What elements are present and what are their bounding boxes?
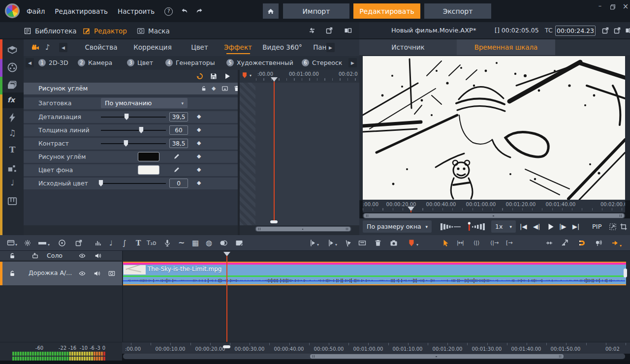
timeline-playhead-line[interactable] xyxy=(226,256,227,342)
color-picker-pen-icon[interactable] xyxy=(173,166,180,173)
sidebar-title-icon[interactable]: T xyxy=(7,146,18,156)
cat-stereo[interactable]: 6Стереоск xyxy=(302,59,342,66)
redo-icon[interactable] xyxy=(195,7,203,15)
image-correction-icon[interactable] xyxy=(235,239,243,247)
resize-mode-icon[interactable] xyxy=(609,223,617,231)
timeline-ruler[interactable]: :00.00 00:00:10.00 00:00:20.00 00:00:30.… xyxy=(122,342,630,354)
sidebar-bolt-icon[interactable] xyxy=(7,112,18,123)
keyframe-diamond-button[interactable]: ◆ xyxy=(197,113,201,120)
lock-all-icon[interactable] xyxy=(9,252,16,259)
audio-curve-icon[interactable]: ∫ xyxy=(123,239,126,247)
audio-mixer-icon[interactable] xyxy=(94,239,102,247)
contrast-slider[interactable] xyxy=(101,138,166,150)
restore-button[interactable] xyxy=(609,3,616,10)
tab-effect[interactable]: Эффект xyxy=(220,43,256,51)
cats-scroll-right[interactable]: ▶ xyxy=(348,58,357,67)
sidebar-film-reel-icon[interactable] xyxy=(7,62,18,73)
title-3d-icon[interactable]: T₃ᴅ xyxy=(147,239,156,247)
panel-divider[interactable] xyxy=(238,70,240,235)
roll-tool-icon[interactable]: [→ xyxy=(506,239,513,247)
keyframe-all-icon[interactable]: ◆ xyxy=(212,85,216,92)
blend-circles-icon[interactable] xyxy=(220,239,227,247)
timeline-scrollbar[interactable]: ▶ xyxy=(123,354,625,359)
speaker-icon[interactable] xyxy=(94,252,101,259)
keyframe-diamond-button[interactable]: ◆ xyxy=(197,126,201,133)
marker-tool-icon[interactable] xyxy=(38,242,46,244)
source-color-slider[interactable] xyxy=(101,178,166,189)
step-forward-button[interactable]: |▶ xyxy=(559,223,566,230)
multicam-grid-icon[interactable]: ▦ xyxy=(192,239,199,247)
eye-icon[interactable] xyxy=(79,252,86,259)
save-preset-icon[interactable] xyxy=(210,72,218,80)
tab-color[interactable]: Цвет xyxy=(184,43,216,51)
select-cursor-icon[interactable] xyxy=(442,239,450,247)
lock-track-icon[interactable] xyxy=(9,270,16,277)
collapse-panel-icon[interactable] xyxy=(221,85,228,92)
thickness-slider[interactable] xyxy=(101,124,166,136)
keyframe-diamond-button[interactable]: ◆ xyxy=(197,140,201,146)
audio-scrub-icon[interactable] xyxy=(595,239,602,247)
marker-pin-icon[interactable] xyxy=(241,72,248,79)
track-mask-icon[interactable] xyxy=(108,270,115,277)
keyframe-diamond-button[interactable]: ◆ xyxy=(197,166,201,173)
tab-editor[interactable]: Редактор xyxy=(83,26,127,36)
keyframe-diamond-button[interactable]: ◆ xyxy=(197,180,201,186)
menu-setup[interactable]: Настроить xyxy=(114,5,158,17)
audio-stream-icon[interactable]: ♪ xyxy=(45,43,50,51)
add-marker-pin-icon[interactable] xyxy=(408,239,415,247)
kf-scrollbar[interactable] xyxy=(255,226,351,232)
dual-preview-icon[interactable] xyxy=(625,27,630,34)
skip-start-button[interactable]: |◀ xyxy=(520,223,527,230)
speaker-icon[interactable] xyxy=(94,270,100,277)
razor-split-icon[interactable] xyxy=(309,239,316,247)
undock-preview-icon[interactable] xyxy=(613,27,621,34)
detail-slider[interactable] xyxy=(101,111,166,123)
fit-mode-dropdown[interactable]: По размеру окна ▾ xyxy=(363,220,432,233)
timeline-settings-gear-icon[interactable] xyxy=(24,239,32,247)
step-back-button[interactable]: ◀| xyxy=(533,223,540,230)
speed-dropdown[interactable]: 1x ▾ xyxy=(491,220,516,233)
pip-button[interactable]: PIP xyxy=(592,223,602,230)
timecode-field[interactable]: 00:00:24.23 xyxy=(555,26,596,36)
tab-mask[interactable]: Маска xyxy=(137,26,170,36)
keyframe-ruler[interactable]: ▾ :00.00 00:01:00.00 00:02:0 xyxy=(240,70,359,83)
dynamic-zoom-icon[interactable] xyxy=(561,239,569,247)
kf-playhead-line[interactable] xyxy=(274,82,275,220)
slip-tool-icon[interactable]: ⟨|⟩ xyxy=(473,239,479,247)
home-button[interactable] xyxy=(263,3,279,19)
preview-frame[interactable] xyxy=(363,56,625,200)
trim-mode-icon[interactable]: |↔| xyxy=(457,239,464,247)
record-disc-icon[interactable] xyxy=(58,239,66,247)
preview-ruler[interactable]: :00.00 00:00:20.00 00:00:40.00 00:01:00.… xyxy=(363,200,625,212)
wave-tool-icon[interactable]: ~ xyxy=(178,239,185,247)
contrast-value[interactable]: 38,5 xyxy=(169,139,188,148)
help-icon[interactable]: ? xyxy=(164,7,173,16)
detail-value[interactable]: 39,5 xyxy=(169,112,188,121)
timeline-scrub-handle[interactable] xyxy=(223,345,230,348)
add-track-icon[interactable] xyxy=(32,252,38,259)
swap-panes-icon[interactable] xyxy=(308,27,316,34)
sidebar-projects-icon[interactable] xyxy=(7,80,18,91)
score-editor-icon[interactable]: ♩ xyxy=(109,239,113,247)
source-color-value[interactable]: 0 xyxy=(169,179,188,188)
cat-generators[interactable]: 4Генераторы xyxy=(165,59,215,66)
delete-clip-icon[interactable] xyxy=(374,239,382,247)
import-button[interactable]: Импорт xyxy=(283,3,349,19)
sidebar-keyboard-icon[interactable] xyxy=(7,196,18,207)
title-editor-icon[interactable]: T xyxy=(136,239,141,247)
preview-scrollbar[interactable] xyxy=(363,213,625,218)
cat-artistic[interactable]: 5Художественный xyxy=(226,59,293,66)
crop-mode-icon[interactable] xyxy=(620,223,628,231)
cat-2d3d[interactable]: 12D-3D xyxy=(38,59,68,66)
preset-dropdown[interactable]: По умолчанию ▾ xyxy=(101,98,188,108)
menu-file[interactable]: Файл xyxy=(23,5,49,17)
razor-locked-icon[interactable] xyxy=(344,238,353,248)
thickness-value[interactable]: 60 xyxy=(169,125,188,135)
color-picker-pen-icon[interactable] xyxy=(173,153,180,160)
render-circle-icon[interactable]: ◍ xyxy=(206,239,212,247)
magnet-snap-icon[interactable] xyxy=(578,239,586,247)
tab-source[interactable]: Источник xyxy=(359,39,457,55)
keyframe-diamond-button[interactable]: ◆ xyxy=(197,153,201,159)
cat-color[interactable]: 3Цвет xyxy=(127,59,153,66)
tab-correction[interactable]: Коррекция xyxy=(128,43,177,51)
